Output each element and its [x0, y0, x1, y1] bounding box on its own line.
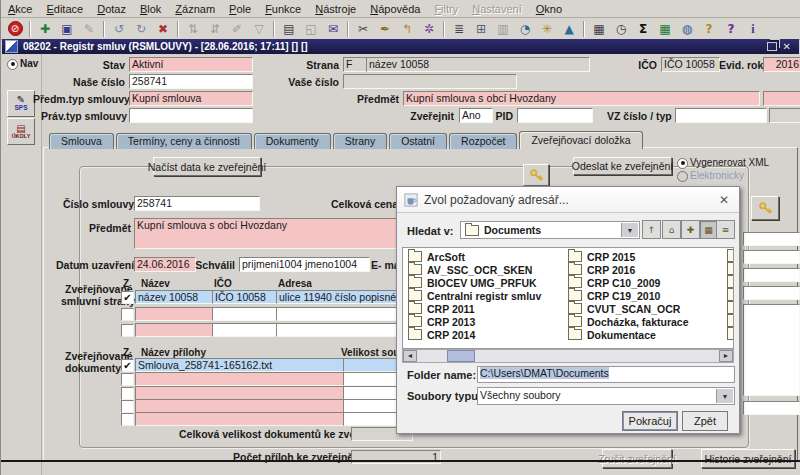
dokumenty-nazev-cell[interactable]: Smlouva_258741-165162.txt [135, 358, 345, 372]
files-of-type-combobox[interactable]: Všechny soubory ▼ [477, 387, 735, 405]
predmet-extra-field[interactable] [763, 91, 800, 106]
folder-item[interactable]: Dokumentace [568, 328, 656, 341]
dokumenty-row-checkbox[interactable] [121, 387, 134, 400]
dokumenty-nazev-cell[interactable] [135, 386, 345, 400]
dokumenty-row-checkbox[interactable] [121, 413, 134, 426]
excel-icon[interactable]: ▦ [654, 18, 676, 39]
insert-record-icon[interactable]: ✚ [34, 18, 56, 39]
stav-field[interactable]: Aktivní [129, 57, 253, 72]
menu-editace[interactable]: Editace [39, 2, 90, 16]
strany-row-checkbox[interactable] [121, 308, 134, 321]
datum-uzavreni-field[interactable]: 24.06.2016 [134, 257, 196, 272]
cislo-smlouvy-field[interactable]: 258741 [134, 196, 260, 211]
gear-icon[interactable]: ✳ [536, 18, 558, 39]
folder-item[interactable]: CRP 2015 [568, 250, 635, 263]
strany-nazev-cell[interactable] [135, 323, 214, 337]
list-view-button[interactable]: ≡ [716, 220, 735, 239]
strana-name-field[interactable]: název 10058 [366, 57, 590, 72]
tab-smlouva[interactable]: Smlouva [49, 133, 114, 149]
predm-typ-field[interactable]: Kupní smlouva [129, 91, 253, 106]
strany-ico-cell[interactable]: IČO 10058 [212, 290, 278, 304]
scrollbar-thumb[interactable] [447, 350, 475, 362]
folder-item[interactable]: ArcSoft [408, 250, 465, 263]
combo-dropdown-icon[interactable]: ▼ [621, 223, 638, 237]
historie-zverejneni-button[interactable]: Historie zveřejnění [701, 449, 795, 468]
radio-vygenerovat-xml[interactable] [677, 158, 688, 169]
folder-item[interactable]: CRP C19_2010 [568, 289, 660, 302]
menu-zaznam[interactable]: Záznam [168, 2, 222, 16]
folder-item[interactable]: CRP 2014 [408, 328, 475, 341]
folder-item[interactable] [727, 328, 734, 341]
menu-okno[interactable]: Okno [529, 2, 569, 16]
ukoly-button[interactable]: ▤ ÚKOLY [7, 118, 35, 145]
vz-type-field[interactable] [769, 108, 800, 123]
save-icon[interactable]: ▣ [56, 18, 78, 39]
vase-cislo-field[interactable] [343, 74, 517, 89]
tab-dokumenty[interactable]: Dokumenty [254, 133, 331, 149]
evid-rok-field[interactable]: 2016 [763, 57, 800, 72]
attachment-key-button[interactable] [751, 196, 779, 220]
prav-typ-field[interactable] [129, 108, 253, 123]
dokumenty-row-checkbox[interactable] [121, 359, 134, 372]
pen-icon[interactable]: ✒ [374, 18, 396, 39]
folder-item[interactable]: BIOCEV UMG_PRFUK [408, 276, 537, 289]
menu-pole[interactable]: Pole [222, 2, 258, 16]
predmet-header-field[interactable]: Kupní smlouva s obcí Hvozdany [403, 91, 760, 106]
tab-rozpocet[interactable]: Rozpočet [449, 133, 517, 149]
folder-list[interactable]: ArcSoft AV_SSC_OCR_SKEN BIOCEV UMG_PRFUK… [402, 247, 734, 349]
strana-code-field[interactable]: F [343, 57, 368, 72]
up-folder-button[interactable]: ↑ [642, 220, 661, 239]
nase-cislo-field[interactable]: 258741 [129, 74, 253, 89]
ico-field[interactable]: IČO 10058 [661, 57, 720, 72]
strany-row-checkbox[interactable] [121, 291, 134, 304]
dokumenty-nazev-cell[interactable] [135, 412, 345, 426]
fetch-previous-icon[interactable]: ↺ [108, 18, 130, 39]
info-icon[interactable]: i [742, 18, 764, 39]
menu-dotaz[interactable]: Dotaz [90, 2, 133, 16]
tab-zverejnovaci-dolozka[interactable]: Zveřejňovací doložka [519, 131, 642, 149]
help-purple-icon[interactable]: ? [720, 18, 742, 39]
strany-nazev-cell[interactable] [135, 307, 214, 321]
strany-ico-cell[interactable] [212, 323, 278, 337]
scroll-right-icon[interactable]: ► [719, 350, 733, 362]
menu-blok[interactable]: Blok [133, 2, 168, 16]
menu-nastroje[interactable]: Nástroje [308, 2, 363, 16]
folder-item[interactable]: CRP 2011 [408, 302, 475, 315]
dokumenty-nazev-cell[interactable] [135, 399, 345, 413]
tab-ostatni[interactable]: Ostatní [389, 133, 447, 149]
schvalil-field[interactable]: prijmeni1004 jmeno1004 [239, 257, 370, 272]
nav-radio[interactable] [7, 59, 18, 70]
fetch-next-icon[interactable]: ↻ [130, 18, 152, 39]
menu-funkce[interactable]: Funkce [258, 2, 308, 16]
strany-ico-cell[interactable] [212, 307, 278, 321]
vz-field[interactable] [675, 108, 767, 123]
folder-name-input[interactable]: C:\Users\DMAT\Documents [477, 366, 735, 383]
pid-field[interactable] [517, 108, 593, 123]
strany-nazev-cell[interactable]: název 10058 [135, 290, 214, 304]
clock-icon[interactable]: ◷ [610, 18, 632, 39]
nacist-data-button[interactable]: Načíst data ke zveřejnění [153, 157, 261, 176]
dialog-close-icon[interactable]: ✕ [719, 193, 729, 207]
list-icon[interactable]: ≣ [448, 18, 470, 39]
clipboard-icon[interactable]: ⊞ [470, 18, 492, 39]
folder-item[interactable]: AV_SSC_OCR_SKEN [408, 263, 532, 276]
wizard-icon[interactable]: ✲ [418, 18, 440, 39]
print-icon[interactable]: ▤ [278, 18, 300, 39]
dokumenty-row-checkbox[interactable] [121, 373, 134, 386]
delete-record-icon[interactable]: ✖ [152, 18, 174, 39]
restore-window-icon[interactable] [767, 42, 777, 51]
undo-icon[interactable]: ↰ [396, 18, 418, 39]
help-gold-icon[interactable]: ? [698, 18, 720, 39]
folder-item[interactable]: Centralni registr smluv [408, 289, 541, 302]
menu-napoveda[interactable]: Nápověda [363, 2, 427, 16]
compass-icon[interactable]: ◔ [514, 18, 536, 39]
folder-item[interactable]: Docházka, fakturace [568, 315, 689, 328]
dokumenty-row-checkbox[interactable] [121, 400, 134, 413]
globe-icon[interactable]: ◍ [676, 18, 698, 39]
tab-strany[interactable]: Strany [333, 133, 387, 149]
cut-icon[interactable]: ✂ [352, 18, 374, 39]
combo-dropdown-icon[interactable]: ▼ [716, 389, 733, 403]
folder-item[interactable]: CVUT_SCAN_OCR [568, 302, 680, 315]
odeslat-button[interactable]: Odeslat ke zveřejnění [573, 157, 672, 175]
strany-row-checkbox[interactable] [121, 324, 134, 337]
